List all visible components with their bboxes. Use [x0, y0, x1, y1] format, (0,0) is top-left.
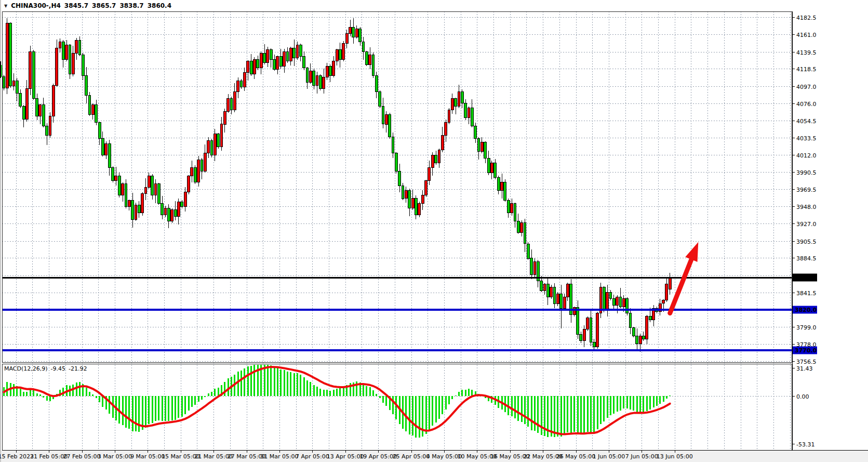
candle-body-bear	[210, 140, 213, 155]
candle-body-bull	[115, 176, 117, 180]
candle	[573, 307, 576, 316]
candle-body-bear	[636, 336, 638, 344]
candle-body-bear	[108, 143, 111, 168]
candle-body-bull	[669, 278, 671, 289]
candle	[633, 327, 635, 337]
macd-histogram-bar	[514, 396, 516, 418]
macd-histogram-bar	[142, 396, 143, 430]
candle	[418, 202, 421, 217]
price-axis-label: 3990.5	[796, 169, 817, 176]
macd-signal-value: -21.92	[69, 365, 87, 372]
candle-body-bull	[59, 42, 61, 48]
macd-histogram-bar	[244, 368, 245, 396]
macd-histogram-bar	[194, 396, 196, 405]
candle-body-bull	[336, 50, 338, 61]
candle-body-bear	[138, 205, 140, 213]
candle-body-bull	[355, 29, 358, 37]
candle-body-bear	[497, 178, 500, 191]
macd-histogram-bar	[43, 396, 44, 398]
candle-body-bull	[253, 60, 256, 74]
collapse-triangle-icon[interactable]: ▼	[4, 4, 7, 8]
macd-histogram-bar	[630, 396, 631, 410]
macd-histogram-bar	[145, 396, 146, 428]
candle-body-bear	[174, 210, 177, 216]
macd-histogram-bar	[26, 392, 28, 396]
candle-body-bear	[643, 336, 645, 339]
candle	[319, 74, 322, 90]
candle-body-bull	[385, 114, 388, 124]
macd-histogram-bar	[445, 396, 447, 410]
macd-histogram-bar	[76, 382, 77, 396]
candle-body-bear	[250, 61, 252, 74]
macd-histogram-bar	[554, 396, 555, 437]
candle-body-bull	[171, 210, 173, 221]
candle-body-bear	[78, 40, 81, 55]
candle-body-bear	[151, 176, 154, 195]
macd-histogram-bar	[191, 396, 193, 407]
candle-body-bear	[339, 50, 342, 60]
macd-histogram-bar	[385, 396, 387, 406]
quote-low: 3838.7	[119, 2, 143, 9]
quote-close: 3860.4	[148, 2, 171, 9]
macd-histogram-bar	[204, 396, 206, 397]
price-axis-label: 3969.5	[796, 187, 817, 193]
candle-body-bull	[468, 108, 470, 118]
candle-body-bear	[32, 51, 35, 98]
price-tag-text: 3820.0	[795, 307, 817, 313]
macd-histogram-bar	[392, 396, 394, 414]
candle-body-bear	[82, 55, 84, 75]
price-axis-label: 3778.0	[796, 341, 817, 348]
candle	[599, 283, 602, 318]
candle-body-bull	[405, 190, 408, 199]
candle-body-bull	[29, 51, 32, 89]
candle-body-bear	[125, 184, 127, 207]
candle-body-bear	[590, 318, 592, 342]
macd-histogram-bar	[395, 396, 397, 419]
macd-histogram-bar	[524, 396, 526, 424]
candle-body-bull	[122, 184, 124, 195]
candle-body-bull	[207, 140, 210, 153]
candle-body-bull	[213, 134, 216, 155]
candle-body-bull	[233, 92, 236, 110]
price-tag-text: 3770.0	[795, 347, 817, 354]
candle-body-bear	[9, 23, 12, 86]
chart-canvas[interactable]: 3860.03820.03770.04182.54161.04139.54118…	[0, 0, 868, 462]
candle	[448, 108, 450, 124]
macd-histogram-bar	[99, 396, 100, 402]
candle-body-bear	[494, 163, 497, 178]
macd-histogram-bar	[412, 396, 413, 435]
macd-histogram-bar	[89, 392, 90, 396]
candle-body-bear	[612, 299, 615, 305]
macd-histogram-bar	[573, 396, 575, 432]
quote-open: 3845.7	[64, 2, 88, 9]
macd-histogram-bar	[626, 396, 628, 408]
candle-body-bear	[382, 107, 384, 124]
macd-histogram-bar	[623, 396, 624, 408]
macd-histogram-bar	[284, 370, 285, 396]
macd-histogram-bar	[643, 396, 644, 413]
price-axis-label: 3927.0	[796, 221, 817, 228]
candle-body-bear	[42, 105, 45, 126]
candle	[188, 175, 190, 194]
price-axis-label: 3884.5	[796, 255, 817, 262]
macd-histogram-bar	[620, 396, 621, 411]
candle-body-bear	[398, 171, 401, 186]
candle	[395, 152, 398, 173]
macd-histogram-bar	[379, 396, 381, 398]
macd-histogram-bar	[20, 389, 21, 396]
candle-body-bear	[372, 55, 375, 75]
candle-body-bull	[543, 284, 546, 291]
time-axis-label: 27 Feb 05:00	[63, 453, 100, 460]
macd-histogram-bar	[132, 396, 133, 431]
candle-body-bull	[421, 195, 424, 204]
macd-histogram-bar	[646, 396, 648, 411]
macd-histogram-bar	[280, 369, 282, 396]
candle-body-bull	[135, 205, 137, 219]
candle	[210, 139, 213, 157]
macd-histogram-bar	[541, 396, 542, 435]
candle-body-bull	[309, 71, 312, 82]
candle-body-bull	[646, 316, 648, 339]
macd-histogram-bar	[39, 394, 41, 396]
candle	[603, 286, 605, 312]
candle-body-bear	[46, 126, 48, 136]
